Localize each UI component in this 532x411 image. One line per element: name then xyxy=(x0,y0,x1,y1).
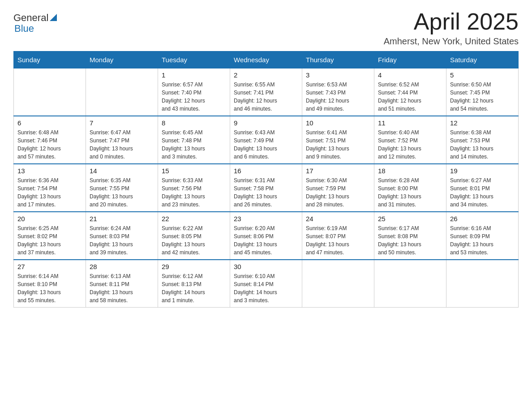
day-number: 14 xyxy=(90,167,154,175)
calendar-cell: 9Sunrise: 6:43 AM Sunset: 7:49 PM Daylig… xyxy=(230,116,302,164)
calendar-cell: 8Sunrise: 6:45 AM Sunset: 7:48 PM Daylig… xyxy=(158,116,230,164)
day-info: Sunrise: 6:25 AM Sunset: 8:02 PM Dayligh… xyxy=(17,224,82,257)
day-info: Sunrise: 6:45 AM Sunset: 7:48 PM Dayligh… xyxy=(162,128,226,161)
day-info: Sunrise: 6:17 AM Sunset: 8:08 PM Dayligh… xyxy=(378,224,442,257)
calendar-cell: 7Sunrise: 6:47 AM Sunset: 7:47 PM Daylig… xyxy=(86,116,158,164)
calendar-cell: 6Sunrise: 6:48 AM Sunset: 7:46 PM Daylig… xyxy=(14,116,86,164)
weekday-header-thursday: Thursday xyxy=(302,51,374,68)
day-info: Sunrise: 6:31 AM Sunset: 7:58 PM Dayligh… xyxy=(234,176,298,209)
calendar-cell: 20Sunrise: 6:25 AM Sunset: 8:02 PM Dayli… xyxy=(14,212,86,260)
calendar-cell xyxy=(14,68,86,116)
calendar-cell: 14Sunrise: 6:35 AM Sunset: 7:55 PM Dayli… xyxy=(86,164,158,212)
calendar-cell: 10Sunrise: 6:41 AM Sunset: 7:51 PM Dayli… xyxy=(302,116,374,164)
calendar-cell: 15Sunrise: 6:33 AM Sunset: 7:56 PM Dayli… xyxy=(158,164,230,212)
calendar-cell: 3Sunrise: 6:53 AM Sunset: 7:43 PM Daylig… xyxy=(302,68,374,116)
calendar-cell: 11Sunrise: 6:40 AM Sunset: 7:52 PM Dayli… xyxy=(374,116,446,164)
calendar-week-row: 20Sunrise: 6:25 AM Sunset: 8:02 PM Dayli… xyxy=(14,212,519,260)
day-info: Sunrise: 6:33 AM Sunset: 7:56 PM Dayligh… xyxy=(162,176,226,209)
calendar-cell: 23Sunrise: 6:20 AM Sunset: 8:06 PM Dayli… xyxy=(230,212,302,260)
page-header: General Blue April 2025 Amherst, New Yor… xyxy=(13,9,519,47)
day-number: 28 xyxy=(90,263,154,270)
day-number: 13 xyxy=(17,167,82,175)
day-info: Sunrise: 6:35 AM Sunset: 7:55 PM Dayligh… xyxy=(90,176,154,209)
day-number: 29 xyxy=(162,263,226,270)
day-number: 25 xyxy=(378,215,442,223)
calendar-cell xyxy=(86,68,158,116)
day-number: 11 xyxy=(378,119,442,127)
calendar-table: SundayMondayTuesdayWednesdayThursdayFrid… xyxy=(13,51,519,308)
calendar-cell: 1Sunrise: 6:57 AM Sunset: 7:40 PM Daylig… xyxy=(158,68,230,116)
logo-text-general: General xyxy=(13,13,48,23)
calendar-cell: 2Sunrise: 6:55 AM Sunset: 7:41 PM Daylig… xyxy=(230,68,302,116)
calendar-week-row: 13Sunrise: 6:36 AM Sunset: 7:54 PM Dayli… xyxy=(14,164,519,212)
calendar-cell: 17Sunrise: 6:30 AM Sunset: 7:59 PM Dayli… xyxy=(302,164,374,212)
day-number: 17 xyxy=(306,167,370,175)
day-info: Sunrise: 6:43 AM Sunset: 7:49 PM Dayligh… xyxy=(234,128,298,161)
day-info: Sunrise: 6:24 AM Sunset: 8:03 PM Dayligh… xyxy=(90,224,154,257)
weekday-header-wednesday: Wednesday xyxy=(230,51,302,68)
logo-text-blue: Blue xyxy=(14,23,34,34)
day-number: 1 xyxy=(162,71,226,79)
day-info: Sunrise: 6:14 AM Sunset: 8:10 PM Dayligh… xyxy=(17,272,82,304)
calendar-cell: 12Sunrise: 6:38 AM Sunset: 7:53 PM Dayli… xyxy=(446,116,519,164)
calendar-cell: 27Sunrise: 6:14 AM Sunset: 8:10 PM Dayli… xyxy=(14,260,86,308)
day-info: Sunrise: 6:47 AM Sunset: 7:47 PM Dayligh… xyxy=(90,128,154,161)
day-number: 5 xyxy=(450,71,515,79)
weekday-header-sunday: Sunday xyxy=(14,51,86,68)
day-info: Sunrise: 6:28 AM Sunset: 8:00 PM Dayligh… xyxy=(378,176,442,209)
day-info: Sunrise: 6:27 AM Sunset: 8:01 PM Dayligh… xyxy=(450,176,515,209)
svg-marker-0 xyxy=(50,14,57,21)
page-title: April 2025 xyxy=(384,9,519,34)
day-number: 16 xyxy=(234,167,298,175)
day-number: 4 xyxy=(378,71,442,79)
day-info: Sunrise: 6:53 AM Sunset: 7:43 PM Dayligh… xyxy=(306,81,370,113)
day-number: 12 xyxy=(450,119,515,127)
calendar-week-row: 6Sunrise: 6:48 AM Sunset: 7:46 PM Daylig… xyxy=(14,116,519,164)
calendar-header-row: SundayMondayTuesdayWednesdayThursdayFrid… xyxy=(14,51,519,68)
weekday-header-tuesday: Tuesday xyxy=(158,51,230,68)
calendar-cell: 21Sunrise: 6:24 AM Sunset: 8:03 PM Dayli… xyxy=(86,212,158,260)
day-info: Sunrise: 6:50 AM Sunset: 7:45 PM Dayligh… xyxy=(450,81,515,113)
day-info: Sunrise: 6:48 AM Sunset: 7:46 PM Dayligh… xyxy=(17,128,82,161)
day-info: Sunrise: 6:13 AM Sunset: 8:11 PM Dayligh… xyxy=(90,272,154,304)
calendar-cell: 25Sunrise: 6:17 AM Sunset: 8:08 PM Dayli… xyxy=(374,212,446,260)
day-number: 10 xyxy=(306,119,370,127)
calendar-cell xyxy=(446,260,519,308)
day-info: Sunrise: 6:10 AM Sunset: 8:14 PM Dayligh… xyxy=(234,272,298,304)
calendar-cell: 29Sunrise: 6:12 AM Sunset: 8:13 PM Dayli… xyxy=(158,260,230,308)
weekday-header-friday: Friday xyxy=(374,51,446,68)
day-number: 3 xyxy=(306,71,370,79)
calendar-cell: 5Sunrise: 6:50 AM Sunset: 7:45 PM Daylig… xyxy=(446,68,519,116)
logo-triangle-icon xyxy=(50,14,57,23)
day-number: 20 xyxy=(17,215,82,223)
calendar-cell: 28Sunrise: 6:13 AM Sunset: 8:11 PM Dayli… xyxy=(86,260,158,308)
day-info: Sunrise: 6:30 AM Sunset: 7:59 PM Dayligh… xyxy=(306,176,370,209)
day-info: Sunrise: 6:19 AM Sunset: 8:07 PM Dayligh… xyxy=(306,224,370,257)
day-info: Sunrise: 6:36 AM Sunset: 7:54 PM Dayligh… xyxy=(17,176,82,209)
day-number: 24 xyxy=(306,215,370,223)
calendar-week-row: 1Sunrise: 6:57 AM Sunset: 7:40 PM Daylig… xyxy=(14,68,519,116)
day-info: Sunrise: 6:57 AM Sunset: 7:40 PM Dayligh… xyxy=(162,81,226,113)
day-number: 2 xyxy=(234,71,298,79)
calendar-cell: 16Sunrise: 6:31 AM Sunset: 7:58 PM Dayli… xyxy=(230,164,302,212)
day-number: 7 xyxy=(90,119,154,127)
calendar-cell: 24Sunrise: 6:19 AM Sunset: 8:07 PM Dayli… xyxy=(302,212,374,260)
calendar-week-row: 27Sunrise: 6:14 AM Sunset: 8:10 PM Dayli… xyxy=(14,260,519,308)
day-number: 15 xyxy=(162,167,226,175)
weekday-header-monday: Monday xyxy=(86,51,158,68)
calendar-cell: 26Sunrise: 6:16 AM Sunset: 8:09 PM Dayli… xyxy=(446,212,519,260)
day-number: 27 xyxy=(17,263,82,270)
title-block: April 2025 Amherst, New York, United Sta… xyxy=(384,9,519,47)
calendar-cell xyxy=(374,260,446,308)
day-info: Sunrise: 6:16 AM Sunset: 8:09 PM Dayligh… xyxy=(450,224,515,257)
calendar-cell: 19Sunrise: 6:27 AM Sunset: 8:01 PM Dayli… xyxy=(446,164,519,212)
day-number: 21 xyxy=(90,215,154,223)
day-number: 22 xyxy=(162,215,226,223)
day-number: 30 xyxy=(234,263,298,270)
calendar-cell: 22Sunrise: 6:22 AM Sunset: 8:05 PM Dayli… xyxy=(158,212,230,260)
day-number: 6 xyxy=(17,119,82,127)
calendar-cell: 4Sunrise: 6:52 AM Sunset: 7:44 PM Daylig… xyxy=(374,68,446,116)
logo: General Blue xyxy=(13,13,57,34)
day-number: 9 xyxy=(234,119,298,127)
day-info: Sunrise: 6:12 AM Sunset: 8:13 PM Dayligh… xyxy=(162,272,226,304)
